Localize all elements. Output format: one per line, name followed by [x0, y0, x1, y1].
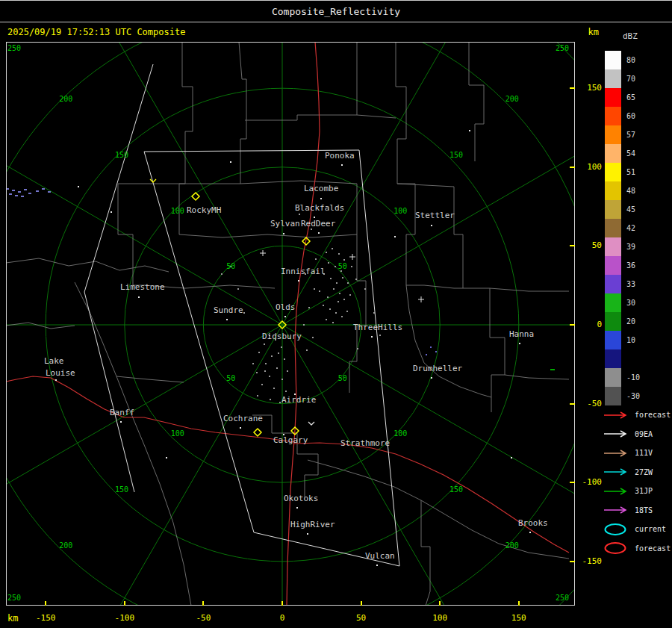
echo-speckle: [303, 324, 305, 326]
right-axis-tick-mark: [570, 561, 575, 562]
plus-mark: [349, 254, 355, 260]
range-ring-label: 50: [338, 374, 347, 382]
city-label: RedDeer: [301, 219, 336, 228]
radar-map-viewport[interactable]: PonokaLacombeBlackfaldsRedDeerSylvanRock…: [6, 42, 575, 606]
echo-speckle: [306, 349, 308, 351]
echo-speckle-blue: [9, 193, 12, 195]
echo-speckle: [252, 363, 254, 364]
city-label: Ponoka: [325, 151, 355, 161]
county-boundary: [421, 500, 430, 606]
range-ring-label: 200: [59, 541, 72, 550]
city-label: Okotoks: [284, 494, 318, 503]
echo-speckle: [311, 228, 312, 230]
colorbar-value-label: 54: [626, 149, 647, 158]
range-ring-label: 100: [171, 429, 184, 438]
arrow-glyph: [604, 488, 626, 494]
echo-speckle: [335, 266, 336, 267]
echo-speckle: [312, 337, 314, 338]
city-label: Banff: [110, 408, 134, 417]
city-dot: [226, 319, 228, 320]
echo-speckle: [258, 352, 260, 353]
colorbar-value-label: 20: [626, 317, 647, 326]
echo-speckle-blue: [42, 188, 45, 190]
echo-speckle: [330, 278, 332, 279]
range-ring-label: 250: [556, 594, 569, 602]
bottom-axis-tick-mark: [361, 601, 362, 606]
echo-speckle: [265, 363, 267, 364]
right-axis-tick-label: 150: [578, 83, 602, 93]
echo-speckle: [273, 388, 275, 389]
colorbar-swatch: [605, 51, 621, 69]
echo-speckle-misc: [430, 346, 432, 348]
legend-item-label: 18TS: [635, 506, 653, 514]
city-label: Blackfalds: [295, 203, 344, 213]
highway: [6, 376, 294, 442]
legend-arrow-icon: [603, 408, 630, 422]
legend-item-label: 27ZW: [635, 468, 653, 476]
right-axis-tick-mark: [570, 167, 575, 168]
colorbar-swatch: [605, 312, 621, 331]
county-boundary: [116, 376, 184, 382]
colorbar-row: 70: [605, 69, 647, 88]
range-ring-label: 50: [338, 262, 347, 270]
colorbar-value-label: 42: [626, 224, 647, 232]
colorbar-row: 51: [605, 163, 647, 181]
colorbar-swatch: [605, 256, 621, 275]
colorbar-swatch: [605, 387, 621, 405]
colorbar-value-label: -10: [626, 373, 647, 382]
city-dot: [307, 533, 308, 535]
radial-spoke: [73, 325, 282, 606]
echo-speckle-misc: [550, 369, 555, 370]
echo-speckle: [329, 308, 331, 310]
map-speck: [78, 186, 79, 187]
city-label: Louise: [46, 368, 75, 378]
county-boundary: [396, 42, 415, 285]
colorbar-row: 80: [605, 51, 647, 69]
county-boundary: [397, 184, 454, 187]
colorbar-swatch: [605, 107, 621, 125]
echo-speckle-misc: [426, 354, 427, 355]
map-speck: [511, 457, 512, 458]
colorbar-swatch: [605, 163, 621, 181]
echo-speckle: [364, 288, 366, 290]
echo-speckle-blue: [48, 191, 51, 193]
colorbar-row: [605, 349, 647, 368]
echo-speckle: [281, 379, 283, 380]
city-label: Drumheller: [413, 364, 463, 373]
county-boundary: [179, 234, 357, 237]
legend-ellipse-icon: [603, 541, 630, 555]
right-axis-tick-label: 0: [578, 320, 602, 329]
colorbar-swatch: [605, 69, 621, 88]
colorbar-row: 65: [605, 88, 647, 107]
colorbar-value-label: 33: [626, 280, 647, 288]
legend-item-label: 09EA: [635, 430, 653, 438]
echo-speckle: [347, 282, 349, 284]
legend-item-27ZW: 27ZW: [603, 463, 671, 482]
echo-speckle: [319, 290, 320, 292]
plus-mark: [260, 250, 266, 256]
colorbar-row: 57: [605, 125, 647, 144]
echo-speckle: [256, 372, 258, 373]
county-boundary: [454, 187, 463, 288]
echo-speckle: [270, 399, 271, 400]
city-dot: [138, 296, 140, 298]
echo-speckle: [341, 316, 343, 317]
echo-speckle: [308, 307, 310, 308]
legend-item-31JP: 31JP: [603, 482, 671, 501]
right-axis-tick-label: 100: [578, 162, 602, 172]
echo-speckle: [257, 395, 258, 397]
echo-speckle: [323, 305, 324, 306]
city-dot: [371, 336, 373, 338]
colorbar-value-label: 51: [626, 168, 647, 176]
echo-speckle: [287, 370, 288, 372]
county-boundary: [406, 285, 569, 291]
city-label: Sylvan: [270, 219, 300, 228]
bottom-axis-tick-label: 50: [346, 613, 376, 623]
radar-map-canvas[interactable]: PonokaLacombeBlackfaldsRedDeerSylvanRock…: [6, 42, 575, 606]
city-dot: [296, 507, 298, 509]
county-boundaries: [6, 42, 569, 606]
colorbar-value-label: 45: [626, 205, 647, 214]
colorbar-value-label: 65: [626, 93, 647, 102]
arrow-glyph: [604, 507, 626, 513]
echo-speckle-blue: [24, 189, 27, 190]
